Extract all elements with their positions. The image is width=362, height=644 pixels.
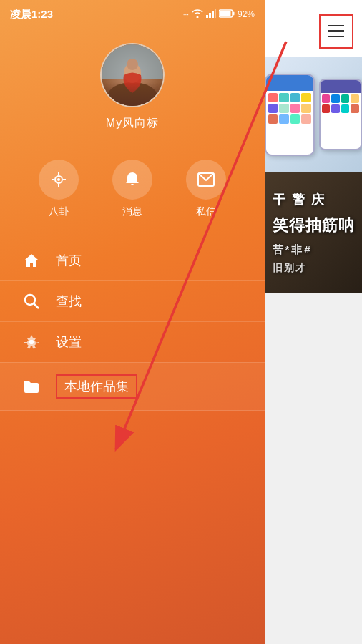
gossip-icon-circle [39,160,79,200]
mail-icon-circle [186,160,226,200]
svg-point-22 [29,340,34,344]
status-bar: 凌晨1:23 ··· [0,0,265,29]
action-mail[interactable]: 私信 [186,160,226,218]
status-icons: ··· [183,9,255,20]
menu-item-settings[interactable]: 设置 [0,321,265,362]
right-panel-top [265,0,362,57]
menu-local-works-label: 本地作品集 [56,374,137,399]
menu-item-search[interactable]: 查找 [0,280,265,321]
hamburger-button[interactable] [319,14,353,49]
image-line4: 旧别才 [273,259,355,277]
wifi-icon [192,9,203,20]
signal-icon [206,9,216,20]
menu-items: 首页 查找 [0,240,265,644]
menu-item-home[interactable]: 首页 [0,240,265,280]
image-line3: 苦*非# [273,240,355,259]
right-panel-empty [265,293,362,644]
action-gossip-label: 八卦 [49,205,69,218]
folder-icon [21,379,41,394]
content-overlay: 干 警 庆 笑得抽筋呐 苦*非# 旧别才 [265,172,362,293]
hamburger-line-1 [328,25,344,27]
search-icon [21,293,41,309]
content-image-1 [265,57,362,172]
hamburger-line-3 [328,36,344,38]
battery-level: 92% [238,9,255,19]
svg-point-19 [25,295,35,305]
settings-icon [21,334,41,350]
menu-search-label: 查找 [56,293,82,310]
phone-mockup-1 [265,74,315,156]
signal-dots-icon: ··· [183,11,189,19]
menu-item-local-works[interactable]: 本地作品集 [0,362,265,411]
phone-mockup-2 [319,79,362,150]
action-gossip[interactable]: 八卦 [39,160,79,218]
status-time: 凌晨1:23 [10,8,53,21]
svg-rect-5 [233,11,234,15]
menu-home-label: 首页 [56,252,82,269]
svg-point-11 [127,59,138,70]
action-mail-label: 私信 [196,205,216,218]
svg-point-9 [107,82,157,107]
svg-point-13 [57,178,60,181]
svg-rect-0 [206,15,208,18]
image-line1: 干 警 庆 [273,188,355,211]
svg-rect-2 [212,11,214,18]
bell-icon-circle [112,160,152,200]
action-message[interactable]: 消息 [112,160,152,218]
svg-line-20 [34,303,39,308]
hamburger-line-2 [328,30,344,32]
image-text-overlay: 干 警 庆 笑得抽筋呐 苦*非# 旧别才 [273,188,355,277]
quick-actions: 八卦 消息 私信 [0,152,265,240]
right-panel: 干 警 庆 笑得抽筋呐 苦*非# 旧别才 [265,0,362,644]
username: My风向标 [106,116,159,131]
svg-rect-1 [209,13,211,18]
avatar-image [100,43,165,107]
home-icon [21,253,41,268]
battery-icon [219,9,235,20]
avatar[interactable] [100,43,165,107]
action-message-label: 消息 [122,205,142,218]
profile-section: My风向标 [0,29,265,152]
svg-rect-3 [215,9,216,18]
menu-settings-label: 设置 [56,333,82,351]
svg-rect-6 [220,11,230,16]
sidebar: 凌晨1:23 ··· [0,0,265,644]
content-image-2: 干 警 庆 笑得抽筋呐 苦*非# 旧别才 [265,172,362,293]
image-line2: 笑得抽筋呐 [273,211,355,240]
